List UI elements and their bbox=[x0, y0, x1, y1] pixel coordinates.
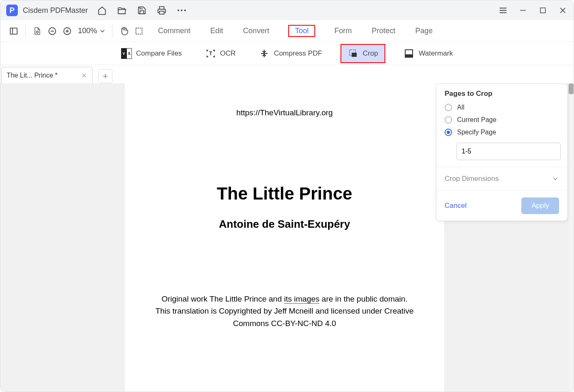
page-url-line: https://TheVirtualLibrary.org bbox=[137, 108, 432, 117]
new-tab-button[interactable]: + bbox=[98, 69, 112, 83]
page-settings-icon[interactable] bbox=[30, 24, 45, 39]
select-tool-icon[interactable] bbox=[131, 24, 146, 39]
zoom-out-icon[interactable] bbox=[45, 24, 60, 39]
home-icon[interactable] bbox=[97, 5, 107, 15]
compress-pdf-button[interactable]: Compress PDF bbox=[254, 45, 327, 62]
watermark-icon bbox=[404, 48, 414, 59]
svg-point-1 bbox=[181, 10, 182, 11]
scrollbar-thumb[interactable] bbox=[569, 83, 574, 94]
compare-files-icon: VS bbox=[121, 48, 132, 59]
tab-form[interactable]: Form bbox=[333, 25, 353, 37]
tab-convert[interactable]: Convert bbox=[242, 25, 270, 37]
title-bar: P Cisdem PDFMaster bbox=[0, 0, 574, 20]
svg-rect-18 bbox=[136, 28, 142, 34]
zoom-level-dropdown[interactable]: 100% bbox=[78, 27, 106, 35]
document-title: The Little Prince bbox=[137, 184, 432, 204]
radio-icon bbox=[445, 129, 452, 136]
crop-button[interactable]: Crop bbox=[341, 44, 386, 63]
open-folder-icon[interactable] bbox=[117, 5, 127, 15]
minimize-window-icon[interactable] bbox=[518, 5, 528, 15]
ocr-button[interactable]: T OCR bbox=[200, 45, 241, 62]
panel-toggle-icon[interactable] bbox=[6, 24, 21, 39]
main-toolbar: 100% Comment Edit Convert Tool Form Prot… bbox=[0, 20, 574, 42]
crop-dimensions-toggle[interactable]: Crop Dimensions bbox=[436, 167, 567, 190]
svg-point-0 bbox=[178, 10, 179, 11]
compare-files-button[interactable]: VS Compare Files bbox=[116, 45, 187, 62]
chevron-down-icon bbox=[552, 175, 559, 183]
compress-icon bbox=[259, 48, 270, 59]
document-subtitle: Antoine de Saint-Exupéry bbox=[137, 218, 432, 231]
radio-icon bbox=[445, 104, 452, 111]
tab-tool[interactable]: Tool bbox=[288, 25, 315, 37]
crop-dimensions-label: Crop Dimensions bbox=[445, 175, 499, 183]
file-tab-strip: The Lit... Prince * + bbox=[0, 65, 574, 83]
save-icon[interactable] bbox=[137, 5, 147, 15]
radio-current-label: Current Page bbox=[457, 116, 496, 124]
app-title: Cisdem PDFMaster bbox=[23, 6, 88, 15]
content-area: https://TheVirtualLibrary.org The Little… bbox=[0, 83, 574, 392]
tab-comment[interactable]: Comment bbox=[157, 25, 191, 37]
app-logo: P bbox=[6, 5, 18, 16]
radio-all-pages[interactable]: All bbox=[445, 104, 559, 111]
watermark-label: Watermark bbox=[418, 49, 453, 58]
pdf-page: https://TheVirtualLibrary.org The Little… bbox=[125, 83, 444, 392]
sub-toolbar: VS Compare Files T OCR Compress PDF Crop bbox=[0, 42, 574, 65]
tab-edit[interactable]: Edit bbox=[209, 25, 224, 37]
ocr-label: OCR bbox=[220, 49, 236, 58]
apply-button[interactable]: Apply bbox=[521, 197, 559, 214]
radio-icon bbox=[445, 116, 452, 124]
radio-specify-page[interactable]: Specify Page bbox=[445, 129, 559, 136]
svg-point-2 bbox=[184, 10, 186, 11]
divider bbox=[25, 24, 26, 38]
svg-rect-10 bbox=[10, 28, 17, 34]
print-icon[interactable] bbox=[157, 5, 167, 15]
hand-tool-icon[interactable] bbox=[117, 24, 131, 39]
svg-rect-21 bbox=[352, 53, 357, 57]
crop-label: Crop bbox=[363, 49, 378, 58]
svg-text:T: T bbox=[209, 51, 212, 56]
file-tab-label: The Lit... Prince * bbox=[7, 72, 58, 79]
page-range-input[interactable] bbox=[456, 143, 561, 160]
radio-specify-label: Specify Page bbox=[457, 129, 496, 136]
crop-panel: Pages to Crop All Current Page Specify P… bbox=[436, 83, 568, 221]
cancel-button[interactable]: Cancel bbox=[445, 202, 467, 210]
compress-label: Compress PDF bbox=[274, 49, 322, 58]
maximize-window-icon[interactable] bbox=[538, 5, 548, 15]
document-link-text: its images bbox=[284, 295, 320, 304]
radio-all-label: All bbox=[457, 104, 465, 111]
document-body: Original work The Little Prince and its … bbox=[137, 293, 432, 329]
divider bbox=[112, 24, 112, 38]
file-tab[interactable]: The Lit... Prince * bbox=[1, 67, 92, 83]
watermark-button[interactable]: Watermark bbox=[399, 45, 458, 62]
file-tab-close-icon[interactable] bbox=[81, 73, 87, 78]
radio-current-page[interactable]: Current Page bbox=[445, 116, 559, 124]
crop-panel-title: Pages to Crop bbox=[445, 90, 559, 98]
svg-rect-7 bbox=[540, 8, 545, 13]
hamburger-menu-icon[interactable] bbox=[498, 5, 508, 15]
tab-page[interactable]: Page bbox=[414, 25, 433, 37]
zoom-value: 100% bbox=[78, 27, 97, 35]
compare-files-label: Compare Files bbox=[136, 49, 182, 58]
close-window-icon[interactable] bbox=[558, 5, 568, 15]
more-icon[interactable] bbox=[177, 5, 187, 15]
tab-protect[interactable]: Protect bbox=[371, 25, 396, 37]
svg-rect-23 bbox=[405, 54, 413, 57]
vertical-scrollbar[interactable] bbox=[569, 83, 574, 392]
svg-point-12 bbox=[36, 31, 39, 33]
ocr-icon: T bbox=[205, 48, 216, 59]
crop-icon bbox=[348, 48, 359, 59]
zoom-in-icon[interactable] bbox=[60, 24, 75, 39]
